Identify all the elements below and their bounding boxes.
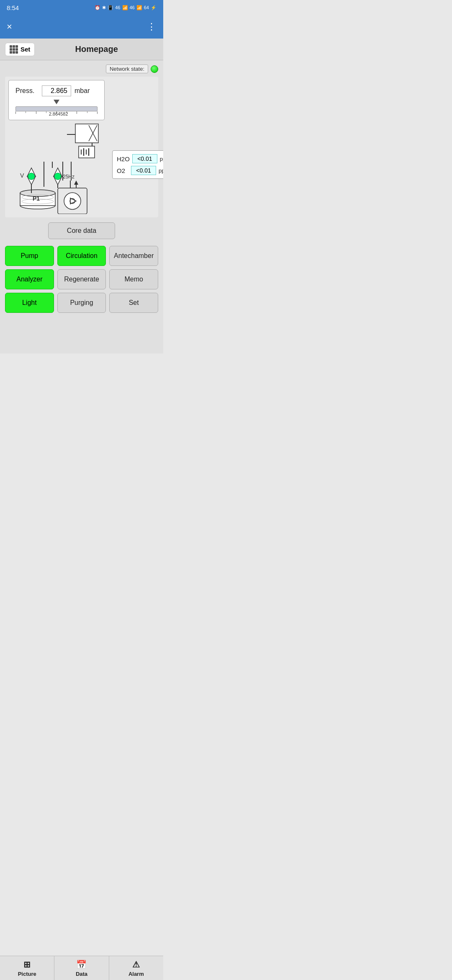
h2o-row: H2O <0.01 ppm — [117, 154, 163, 163]
o2-row: O2 <0.01 ppm — [117, 166, 163, 175]
diagram-right: H2O <0.01 ppm O2 <0.01 ppm — [112, 80, 163, 179]
gauge-value-text: 2.864582 — [49, 111, 68, 116]
action-grid: Pump Circulation Antechamber — [5, 246, 158, 266]
purging-button[interactable]: Purging — [57, 293, 106, 313]
status-icons: ⏰ ✱ 📳 46 📶 46 📶 64 ⚡ — [95, 5, 157, 10]
page-title: Homepage — [35, 44, 158, 54]
o2-value: <0.01 — [131, 166, 156, 175]
svg-text:25Hz: 25Hz — [63, 174, 74, 180]
network-status-indicator — [151, 65, 158, 73]
memo-button[interactable]: Memo — [109, 269, 158, 289]
circulation-button[interactable]: Circulation — [57, 246, 106, 266]
svg-rect-2 — [75, 124, 98, 143]
network-state-label: Network state: — [106, 64, 148, 73]
pressure-row: Press. 2.865 mbar — [15, 85, 98, 96]
top-bar: × ⋮ — [0, 15, 163, 39]
h2o-unit: ppm — [160, 156, 163, 162]
o2-label: O2 — [117, 167, 128, 174]
diagram-area: Press. 2.865 mbar — [8, 80, 155, 214]
header: Set Homepage — [0, 39, 163, 60]
gauge-wrapper: 2.864582 — [15, 100, 98, 116]
action-grid-row3: Light Purging Set — [5, 293, 158, 313]
time: 8:54 — [7, 4, 19, 11]
pump-button[interactable]: Pump — [5, 246, 54, 266]
pressure-value: 2.865 — [42, 85, 71, 96]
pressure-box: Press. 2.865 mbar — [8, 80, 105, 120]
grid-icon — [10, 45, 18, 54]
main-content: Network state: Press. 2.865 mbar — [0, 60, 163, 353]
svg-point-27 — [64, 193, 81, 209]
o2-unit: ppm — [159, 168, 163, 174]
close-button[interactable]: × — [7, 21, 12, 32]
diagram-left: Press. 2.865 mbar — [8, 80, 109, 214]
sensor-panel: H2O <0.01 ppm O2 <0.01 ppm — [112, 150, 163, 179]
regenerate-button[interactable]: Regenerate — [57, 269, 106, 289]
menu-button[interactable]: ⋮ — [147, 21, 157, 32]
pressure-unit: mbar — [74, 87, 90, 95]
action-grid-row2: Analyzer Regenerate Memo — [5, 269, 158, 289]
svg-point-20 — [54, 173, 61, 180]
diagram-container: Press. 2.865 mbar — [5, 77, 158, 217]
svg-text:P1: P1 — [33, 195, 40, 202]
svg-point-16 — [28, 173, 35, 180]
status-bar: 8:54 ⏰ ✱ 📳 46 📶 46 📶 64 ⚡ — [0, 0, 163, 15]
analyzer-button[interactable]: Analyzer — [5, 269, 54, 289]
network-state-row: Network state: — [5, 64, 158, 73]
svg-text:V: V — [20, 172, 24, 179]
schematic-diagram: V 25Hz — [8, 122, 109, 214]
antechamber-button[interactable]: Antechamber — [109, 246, 158, 266]
svg-marker-25 — [74, 181, 78, 185]
gauge-bar — [15, 106, 98, 111]
pressure-label: Press. — [15, 87, 39, 95]
gauge-triangle — [54, 100, 59, 104]
settings-button[interactable]: Set — [109, 293, 158, 313]
h2o-label: H2O — [117, 155, 130, 162]
core-data-button[interactable]: Core data — [48, 222, 115, 239]
set-button[interactable]: Set — [5, 43, 35, 56]
h2o-value: <0.01 — [132, 154, 157, 163]
light-button[interactable]: Light — [5, 293, 54, 313]
